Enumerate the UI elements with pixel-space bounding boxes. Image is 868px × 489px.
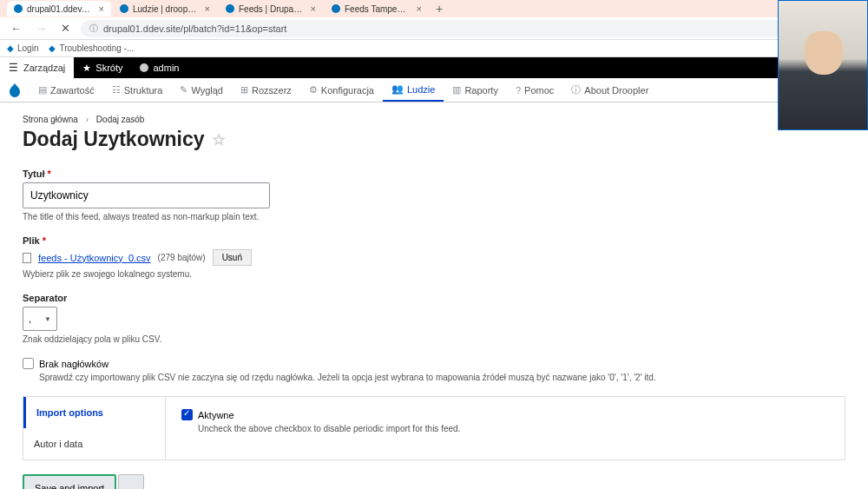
vtab-content: Aktywne Uncheck the above checkbox to di…	[166, 397, 845, 459]
back-button[interactable]: ←	[7, 22, 25, 35]
reports-icon: ▥	[452, 84, 461, 96]
file-size: (279 bajtów)	[158, 253, 206, 262]
admin-about[interactable]: ⓘAbout Droopler	[562, 78, 657, 102]
page-title: Dodaj Uzytkownicy ☆	[23, 128, 845, 151]
breadcrumb-current: Dodaj zasób	[96, 115, 145, 124]
active-checkbox[interactable]	[181, 409, 193, 420]
drupal-logo-icon[interactable]	[7, 83, 23, 98]
active-row: Aktywne	[181, 409, 829, 420]
close-icon[interactable]: ×	[99, 3, 104, 14]
title-desc: The title of this feed, always treated a…	[23, 212, 845, 221]
no-headers-desc: Sprawdź czy importowany plik CSV nie zac…	[39, 373, 845, 382]
chevron-down-icon: ⌄	[128, 484, 135, 490]
close-icon[interactable]: ×	[311, 3, 316, 14]
help-icon: ?	[516, 85, 521, 96]
config-icon: ⚙	[309, 84, 318, 96]
title-input[interactable]	[23, 182, 270, 208]
admin-menu: ▤Zawartość ☷Struktura ✎Wygląd ⊞Rozszerz …	[0, 78, 868, 102]
breadcrumb-home[interactable]: Strona główna	[23, 115, 78, 124]
url-input[interactable]: ⓘ drupal01.ddev.site/pl/batch?id=11&op=s…	[81, 20, 861, 37]
browser-tab[interactable]: drupal01.ddev.site/pl/batch ×	[7, 1, 111, 17]
vtabs-list: Import options Autor i data	[23, 397, 166, 459]
favicon-icon	[120, 4, 128, 13]
admin-extend[interactable]: ⊞Rozszerz	[232, 79, 300, 101]
admin-config[interactable]: ⚙Konfiguracja	[300, 79, 383, 101]
title-label: Tytuł *	[23, 169, 845, 179]
chevron-down-icon: ▼	[44, 315, 51, 323]
separator-desc: Znak oddzielający pola w pliku CSV.	[23, 334, 845, 344]
about-icon: ⓘ	[571, 83, 581, 96]
star-outline-icon[interactable]: ☆	[212, 130, 226, 149]
close-icon[interactable]: ×	[417, 3, 422, 14]
appearance-icon: ✎	[180, 84, 187, 96]
forward-button[interactable]: →	[32, 22, 50, 35]
no-headers-label: Brak nagłówków	[39, 359, 108, 369]
file-link[interactable]: feeds - Użytkownicy_0.csv	[38, 253, 151, 263]
favicon-icon	[332, 4, 340, 13]
browser-tab[interactable]: Feeds | Drupal.org ×	[219, 1, 323, 17]
admin-content[interactable]: ▤Zawartość	[30, 79, 103, 101]
admin-appearance[interactable]: ✎Wygląd	[171, 79, 232, 101]
separator-label: Separator	[23, 293, 845, 303]
favicon-icon	[14, 4, 23, 13]
chevron-right-icon: ›	[86, 115, 89, 124]
file-desc: Wybierz plik ze swojego lokalnego system…	[23, 269, 845, 279]
bookmark-item[interactable]: ◆ Troubleshooting -...	[49, 43, 134, 53]
remove-file-button[interactable]: Usuń	[213, 249, 252, 266]
main-content: Strona główna › Dodaj zasób Dodaj Uzytko…	[0, 102, 868, 489]
favicon-icon	[226, 4, 234, 13]
separator-select[interactable]: , ▼	[23, 307, 57, 331]
star-icon	[82, 63, 91, 74]
file-row: feeds - Użytkownicy_0.csv (279 bajtów) U…	[23, 249, 845, 266]
bookmark-item[interactable]: ◆ Login	[7, 43, 38, 53]
active-desc: Uncheck the above checkbox to disable pe…	[198, 424, 829, 433]
address-bar: ← → ✕ ⓘ drupal01.ddev.site/pl/batch?id=1…	[0, 17, 868, 40]
reload-button[interactable]: ✕	[57, 22, 74, 35]
admin-structure[interactable]: ☷Struktura	[103, 79, 172, 101]
people-icon: 👥	[391, 83, 404, 95]
save-import-button[interactable]: Save and import	[23, 474, 116, 489]
content-icon: ▤	[38, 84, 47, 96]
bookmark-icon: ◆	[7, 43, 14, 53]
bookmarks-bar: ◆ Login ◆ Troubleshooting -...	[0, 40, 868, 57]
form-actions: Save and import ⌄	[23, 474, 845, 489]
active-label: Aktywne	[198, 410, 234, 420]
admin-people[interactable]: 👥Ludzie	[383, 78, 444, 102]
toolbar-manage[interactable]: Zarządzaj	[0, 57, 74, 78]
breadcrumb: Strona główna › Dodaj zasób	[23, 115, 845, 124]
toolbar-user[interactable]: admin	[131, 58, 187, 77]
bookmark-icon: ◆	[49, 43, 56, 53]
dropdown-button[interactable]: ⌄	[118, 474, 144, 489]
document-icon	[23, 253, 31, 263]
structure-icon: ☷	[112, 84, 121, 96]
extend-icon: ⊞	[240, 84, 248, 96]
vtab-author-date[interactable]: Autor i data	[23, 428, 165, 459]
webcam-overlay	[778, 0, 868, 130]
file-label: Plik *	[23, 235, 845, 246]
toolbar-shortcuts[interactable]: Skróty	[74, 58, 131, 78]
admin-help[interactable]: ?Pomoc	[507, 80, 562, 101]
vtab-import-options[interactable]: Import options	[23, 397, 165, 428]
browser-tab[interactable]: Feeds Tamper | Drupal.org ×	[325, 1, 429, 17]
hamburger-icon	[9, 62, 19, 74]
browser-tabs: drupal01.ddev.site/pl/batch × Ludzie | d…	[0, 0, 868, 17]
vertical-tabs: Import options Autor i data Aktywne Unch…	[23, 396, 845, 460]
browser-tab[interactable]: Ludzie | droopler ×	[113, 1, 217, 17]
drupal-toolbar: Zarządzaj Skróty admin	[0, 57, 868, 78]
no-headers-checkbox[interactable]	[23, 358, 34, 369]
no-headers-row: Brak nagłówków	[23, 358, 845, 369]
close-icon[interactable]: ×	[205, 3, 210, 14]
admin-reports[interactable]: ▥Raporty	[444, 79, 507, 101]
site-info-icon: ⓘ	[89, 23, 98, 35]
new-tab-button[interactable]: +	[431, 2, 448, 16]
user-icon	[140, 63, 148, 72]
